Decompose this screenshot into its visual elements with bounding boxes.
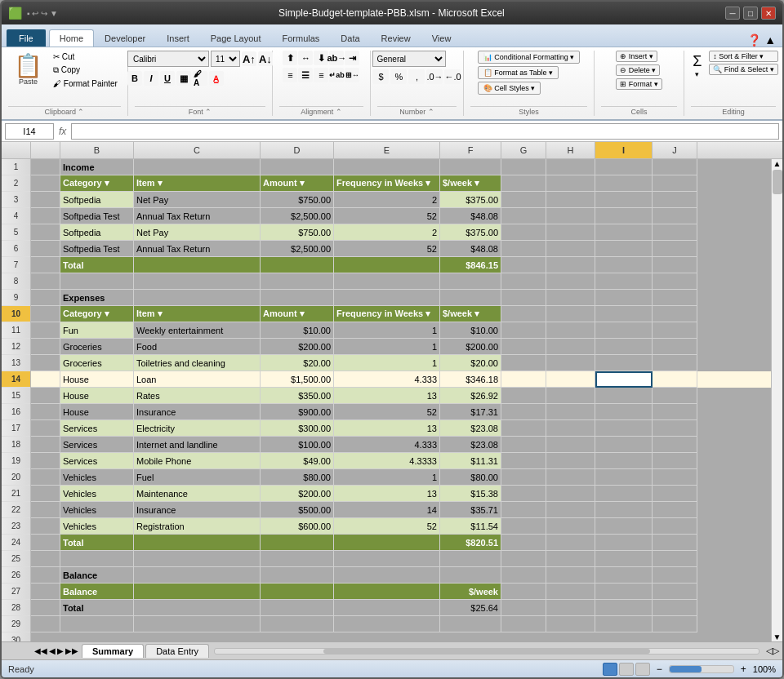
italic-button[interactable]: I <box>144 71 158 86</box>
row-num-24[interactable]: 24 <box>2 535 30 551</box>
delete-button[interactable]: ⊖ Delete ▾ <box>616 64 660 76</box>
cell-G18[interactable] <box>501 437 546 453</box>
cell-E20[interactable]: 1 <box>334 469 440 486</box>
cell-D2[interactable]: Amount ▾ <box>261 175 334 192</box>
tab-developer[interactable]: Developer <box>94 29 156 47</box>
cell-A23[interactable] <box>31 518 60 535</box>
row-num-17[interactable]: 17 <box>2 420 30 437</box>
cell-G1[interactable] <box>501 159 546 175</box>
cell-reference-input[interactable] <box>5 123 54 140</box>
row-num-5[interactable]: 5 <box>2 224 30 241</box>
insert-button[interactable]: ⊕ Insert ▾ <box>616 51 657 62</box>
cell-D7[interactable] <box>261 257 334 273</box>
currency-button[interactable]: $ <box>372 69 389 84</box>
cell-E19[interactable]: 4.3333 <box>334 453 440 469</box>
cell-E24[interactable] <box>334 535 440 551</box>
cell-F24[interactable]: $820.51 <box>440 535 501 551</box>
cell-J24[interactable] <box>653 535 697 551</box>
cell-B28[interactable]: Total <box>60 600 134 616</box>
col-header-H[interactable]: H <box>546 142 595 158</box>
row-num-19[interactable]: 19 <box>2 453 30 469</box>
cell-I26[interactable] <box>595 567 653 584</box>
cell-E29[interactable] <box>334 616 440 632</box>
row-num-14[interactable]: 14 <box>2 371 30 388</box>
font-color-button[interactable]: A̲ <box>209 71 224 86</box>
cell-A15[interactable] <box>31 388 60 404</box>
align-middle-button[interactable]: ↔ <box>298 51 313 65</box>
cell-D4[interactable]: $2,500.00 <box>261 208 334 224</box>
cell-B29[interactable] <box>60 616 134 632</box>
cell-D25[interactable] <box>261 551 334 567</box>
grow-font-button[interactable]: A↑ <box>242 51 256 66</box>
row-num-8[interactable]: 8 <box>2 273 30 290</box>
cell-C11[interactable]: Weekly entertainment <box>134 322 261 339</box>
cell-I12[interactable] <box>595 339 653 355</box>
page-break-view-button[interactable] <box>635 663 650 676</box>
cell-C14[interactable]: Loan <box>134 371 261 388</box>
col-header-A[interactable] <box>31 142 60 158</box>
cell-J28[interactable] <box>653 600 697 616</box>
cell-I9[interactable] <box>595 290 653 306</box>
cell-E14[interactable]: 4.333 <box>334 371 440 388</box>
row-num-16[interactable]: 16 <box>2 404 30 420</box>
cell-C27[interactable] <box>134 584 261 600</box>
h-scrollbar-thumb[interactable] <box>323 649 650 654</box>
cell-E3[interactable]: 2 <box>334 192 440 208</box>
cell-D28[interactable] <box>261 600 334 616</box>
cell-H17[interactable] <box>546 420 595 437</box>
zoom-minus-icon[interactable]: − <box>657 663 662 675</box>
cell-E23[interactable]: 52 <box>334 518 440 535</box>
cell-C22[interactable]: Insurance <box>134 502 261 518</box>
highlight-button[interactable]: 🖌A <box>193 71 207 86</box>
cell-A9[interactable] <box>31 290 60 306</box>
sort-filter-button[interactable]: ↕ Sort & Filter ▾ <box>709 51 778 62</box>
cell-E27[interactable] <box>334 584 440 600</box>
cell-E10[interactable]: Frequency in Weeks ▾ <box>334 306 440 322</box>
cell-G28[interactable] <box>501 600 546 616</box>
cell-D26[interactable] <box>261 567 334 584</box>
tab-formulas[interactable]: Formulas <box>272 29 331 47</box>
row-num-25[interactable]: 25 <box>2 551 30 567</box>
cell-E22[interactable]: 14 <box>334 502 440 518</box>
cell-G23[interactable] <box>501 518 546 535</box>
cell-A17[interactable] <box>31 420 60 437</box>
cell-H7[interactable] <box>546 257 595 273</box>
tab-page-layout[interactable]: Page Layout <box>200 29 272 47</box>
cell-A7[interactable] <box>31 257 60 273</box>
cell-I3[interactable] <box>595 192 653 208</box>
cell-B22[interactable]: Vehicles <box>60 502 134 518</box>
cell-C28[interactable] <box>134 600 261 616</box>
cell-E2[interactable]: Frequency in Weeks ▾ <box>334 175 440 192</box>
cell-G20[interactable] <box>501 469 546 486</box>
cell-I15[interactable] <box>595 388 653 404</box>
row-num-26[interactable]: 26 <box>2 567 30 584</box>
cell-E21[interactable]: 13 <box>334 486 440 502</box>
cell-C7[interactable] <box>134 257 261 273</box>
cell-I6[interactable] <box>595 241 653 257</box>
cell-E11[interactable]: 1 <box>334 322 440 339</box>
cell-H19[interactable] <box>546 453 595 469</box>
cell-A3[interactable] <box>31 192 60 208</box>
cell-J10[interactable] <box>653 306 697 322</box>
cell-J21[interactable] <box>653 486 697 502</box>
cell-J18[interactable] <box>653 437 697 453</box>
cell-H21[interactable] <box>546 486 595 502</box>
cell-D20[interactable]: $80.00 <box>261 469 334 486</box>
cell-A10[interactable] <box>31 306 60 322</box>
cell-B7[interactable]: Total <box>60 257 134 273</box>
merge-center-button[interactable]: ⊞↔ <box>345 68 359 82</box>
cell-J9[interactable] <box>653 290 697 306</box>
format-button[interactable]: ⊞ Format ▾ <box>616 78 662 90</box>
cell-H2[interactable] <box>546 175 595 192</box>
cell-E18[interactable]: 4.333 <box>334 437 440 453</box>
tab-review[interactable]: Review <box>371 29 421 47</box>
cell-F21[interactable]: $15.38 <box>440 486 501 502</box>
cell-G15[interactable] <box>501 388 546 404</box>
cell-A14[interactable] <box>31 371 60 388</box>
cell-H3[interactable] <box>546 192 595 208</box>
cell-I8[interactable] <box>595 273 653 290</box>
cell-B8[interactable] <box>60 273 134 290</box>
cell-H28[interactable] <box>546 600 595 616</box>
font-name-select[interactable]: Calibri <box>127 51 209 67</box>
cell-styles-button[interactable]: 🎨 Cell Styles ▾ <box>478 82 541 95</box>
